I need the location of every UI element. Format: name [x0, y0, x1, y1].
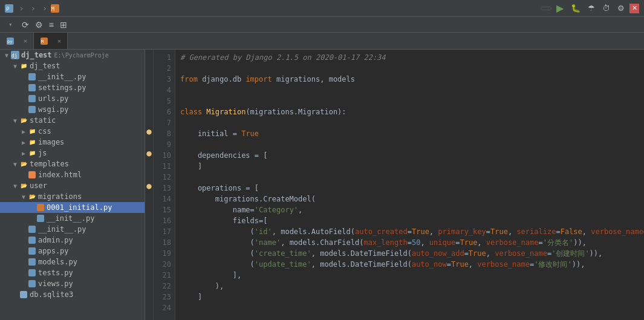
- svg-rect-19: [28, 247, 36, 255]
- sync-button[interactable]: ⟳: [20, 19, 31, 30]
- code-line-7: ​: [180, 117, 639, 128]
- sidebar-item-wsgi[interactable]: wsgi.py: [0, 104, 145, 115]
- icon-py-views: [28, 279, 36, 288]
- sidebar-item-js[interactable]: 📁 js: [0, 148, 145, 158]
- tab-close-models[interactable]: ✕: [24, 38, 27, 44]
- line-num-1: 1: [156, 52, 171, 63]
- run-config-selector[interactable]: [541, 7, 551, 10]
- icon-py-apps: [28, 247, 36, 255]
- tab-models-py[interactable]: py ✕: [0, 33, 34, 49]
- close-button[interactable]: ✕: [629, 4, 639, 13]
- tab-0001-initial[interactable]: M ✕: [34, 33, 68, 49]
- code-line-12: ​: [180, 172, 639, 183]
- bookmark-18: [145, 235, 153, 246]
- project-toolbar-sep: ▾: [8, 21, 13, 28]
- code-area[interactable]: ●●● 123456789101112131415161718192021222…: [145, 50, 644, 320]
- sidebar-item-urls[interactable]: urls.py: [0, 93, 145, 104]
- bookmark-11: [145, 158, 153, 169]
- project-icon: P: [5, 4, 13, 13]
- debug-button[interactable]: 🐛: [568, 2, 583, 14]
- icon-folder-static: 📂: [19, 116, 28, 125]
- svg-text:P: P: [6, 6, 10, 12]
- sidebar-item-init1[interactable]: __init__.py: [0, 71, 145, 82]
- bookmark-12: [145, 169, 153, 180]
- bookmark-24: [145, 300, 153, 311]
- sidebar-item-index-html[interactable]: index.html: [0, 169, 145, 180]
- icon-py-init1: [28, 73, 36, 81]
- arrow-css: [19, 128, 28, 135]
- gear-settings-button[interactable]: ⚙: [33, 19, 45, 30]
- arrow-static: [11, 117, 19, 124]
- tab-bar: py ✕ M ✕: [0, 33, 644, 50]
- line-num-11: 11: [156, 161, 171, 172]
- svg-rect-22: [28, 280, 36, 287]
- line-num-9: 9: [156, 139, 171, 150]
- tab-close-0001[interactable]: ✕: [57, 38, 61, 44]
- code-line-14: migrations.CreateModel(: [180, 194, 639, 204]
- icon-py-settings: [28, 83, 36, 92]
- tab-icon-models: py: [6, 37, 15, 45]
- collapse-button[interactable]: ≡: [47, 19, 56, 30]
- sidebar-item-dj_test-root[interactable]: dj dj_test E:\PycharmProje: [0, 50, 145, 60]
- code-line-5: ​: [180, 96, 639, 106]
- svg-text:py: py: [7, 39, 12, 44]
- bookmark-5: [145, 93, 153, 104]
- arrow-dj_test-root: [2, 52, 11, 59]
- expand-button[interactable]: ⊞: [58, 19, 69, 30]
- label-settings: settings.py: [38, 83, 86, 92]
- code-editor[interactable]: ●●● 123456789101112131415161718192021222…: [145, 50, 644, 320]
- icon-folder-css: 📁: [28, 127, 36, 136]
- svg-rect-23: [20, 291, 27, 298]
- label-sqlite3: db.sqlite3: [30, 290, 73, 299]
- sidebar: dj dj_test E:\PycharmProje 📁 dj_test __i…: [0, 50, 145, 320]
- svg-rect-16: [37, 215, 44, 222]
- run-button[interactable]: ▶: [554, 1, 566, 15]
- svg-rect-12: [28, 95, 36, 102]
- sidebar-item-views[interactable]: views.py: [0, 278, 145, 289]
- sidebar-item-tests[interactable]: tests.py: [0, 267, 145, 278]
- sidebar-item-user[interactable]: 📂 user: [0, 180, 145, 191]
- coverage-button[interactable]: ☂: [585, 2, 597, 14]
- bookmark-22: [145, 278, 153, 289]
- label-admin: admin.py: [38, 236, 73, 244]
- line-num-12: 12: [156, 172, 171, 183]
- sidebar-item-init-m[interactable]: __init__.py: [0, 213, 145, 224]
- sidebar-item-0001-initial[interactable]: 0001_initial.py: [0, 202, 145, 213]
- line-num-2: 2: [156, 63, 171, 74]
- sidebar-item-apps[interactable]: apps.py: [0, 246, 145, 256]
- line-num-15: 15: [156, 204, 171, 215]
- profile-button[interactable]: ⏱: [600, 2, 613, 14]
- sidebar-item-css[interactable]: 📁 css: [0, 126, 145, 137]
- settings-button[interactable]: ⚙: [615, 2, 627, 14]
- sidebar-item-static[interactable]: 📂 static: [0, 115, 145, 126]
- sidebar-item-models[interactable]: models.py: [0, 256, 145, 267]
- sidebar-item-migrations[interactable]: 📂 migrations: [0, 191, 145, 202]
- sidebar-item-images[interactable]: 📁 images: [0, 137, 145, 148]
- code-line-11: ]: [180, 161, 639, 172]
- line-numbers: 123456789101112131415161718192021222324: [154, 50, 175, 320]
- sidebar-item-admin[interactable]: admin.py: [0, 235, 145, 246]
- code-line-17: ('id', models.AutoField(auto_created=Tru…: [180, 226, 639, 237]
- label-dj_test-root: dj_test: [21, 51, 52, 59]
- label-static: static: [30, 116, 56, 125]
- svg-text:M: M: [41, 39, 44, 44]
- arrow-dj_test: [11, 63, 19, 70]
- line-num-5: 5: [156, 96, 171, 106]
- icon-py-tests: [28, 269, 36, 277]
- sidebar-item-init2[interactable]: __init__.py: [0, 224, 145, 235]
- line-num-20: 20: [156, 259, 171, 270]
- svg-rect-14: [28, 171, 36, 178]
- line-num-8: 8: [156, 128, 171, 139]
- sidebar-item-settings[interactable]: settings.py: [0, 82, 145, 93]
- code-line-8: initial = True: [180, 128, 639, 139]
- sidebar-item-templates[interactable]: 📂 templates: [0, 158, 145, 169]
- sidebar-item-sqlite3[interactable]: db.sqlite3: [0, 289, 145, 300]
- line-num-4: 4: [156, 85, 171, 96]
- label-wsgi: wsgi.py: [38, 105, 69, 114]
- code-line-20: ('update_time', models.DateTimeField(aut…: [180, 259, 639, 270]
- sidebar-item-dj_test-folder[interactable]: 📁 dj_test: [0, 60, 145, 71]
- line-num-7: 7: [156, 117, 171, 128]
- code-line-4: ​: [180, 85, 639, 96]
- svg-rect-21: [28, 269, 36, 276]
- code-content[interactable]: # Generated by Django 2.1.5 on 2020-01-1…: [175, 50, 644, 320]
